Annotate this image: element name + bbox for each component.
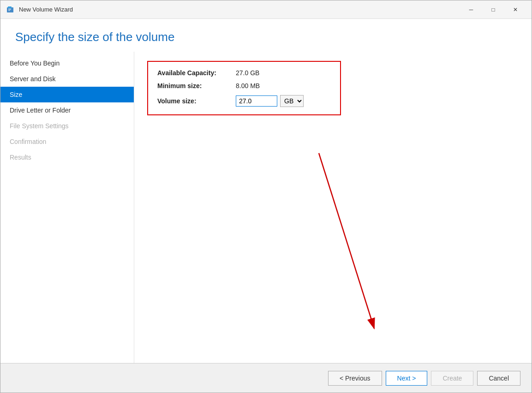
sidebar-item-drive-letter[interactable]: Drive Letter or Folder (0, 102, 134, 118)
info-box: Available Capacity: 27.0 GB Minimum size… (147, 61, 341, 115)
sidebar-item-results: Results (0, 149, 134, 165)
footer: < Previous Next > Create Cancel (0, 363, 532, 393)
wizard-window: New Volume Wizard ─ □ ✕ Specify the size… (0, 0, 532, 393)
titlebar-controls: ─ □ ✕ (460, 3, 526, 17)
sidebar-item-size[interactable]: Size (0, 87, 134, 102)
red-arrow-svg (291, 144, 393, 342)
titlebar-title: New Volume Wizard (19, 6, 460, 13)
sidebar-item-file-system: File System Settings (0, 118, 134, 134)
page-title: Specify the size of the volume (15, 30, 517, 44)
cancel-button[interactable]: Cancel (477, 371, 520, 386)
volume-size-label: Volume size: (157, 97, 236, 105)
svg-rect-1 (8, 6, 12, 8)
available-capacity-label: Available Capacity: (157, 69, 236, 77)
next-button[interactable]: Next > (386, 371, 428, 386)
content-area: Available Capacity: 27.0 GB Minimum size… (134, 52, 532, 363)
sidebar-item-server-and-disk[interactable]: Server and Disk (0, 71, 134, 87)
available-capacity-value: 27.0 GB (236, 69, 259, 77)
wizard-header: Specify the size of the volume (0, 19, 532, 52)
titlebar: New Volume Wizard ─ □ ✕ (0, 0, 532, 19)
create-button: Create (431, 371, 473, 386)
sidebar: Before You Begin Server and Disk Size Dr… (0, 52, 134, 363)
app-icon (6, 5, 15, 14)
svg-line-5 (319, 153, 374, 328)
volume-size-input[interactable] (236, 95, 277, 107)
annotation-arrow (291, 144, 393, 342)
wizard-body: Before You Begin Server and Disk Size Dr… (0, 52, 532, 363)
unit-select[interactable]: MB GB TB (280, 95, 304, 107)
volume-size-row: Volume size: MB GB TB (157, 95, 331, 107)
minimum-size-label: Minimum size: (157, 82, 236, 89)
close-button[interactable]: ✕ (505, 3, 526, 17)
available-capacity-row: Available Capacity: 27.0 GB (157, 69, 331, 77)
restore-button[interactable]: □ (483, 3, 504, 17)
svg-rect-2 (8, 9, 11, 10)
sidebar-item-confirmation: Confirmation (0, 134, 134, 149)
sidebar-item-before-you-begin[interactable]: Before You Begin (0, 55, 134, 71)
minimum-size-value: 8.00 MB (236, 82, 260, 89)
previous-button[interactable]: < Previous (328, 371, 382, 386)
svg-rect-3 (8, 10, 10, 11)
minimize-button[interactable]: ─ (460, 3, 482, 17)
minimum-size-row: Minimum size: 8.00 MB (157, 82, 331, 89)
